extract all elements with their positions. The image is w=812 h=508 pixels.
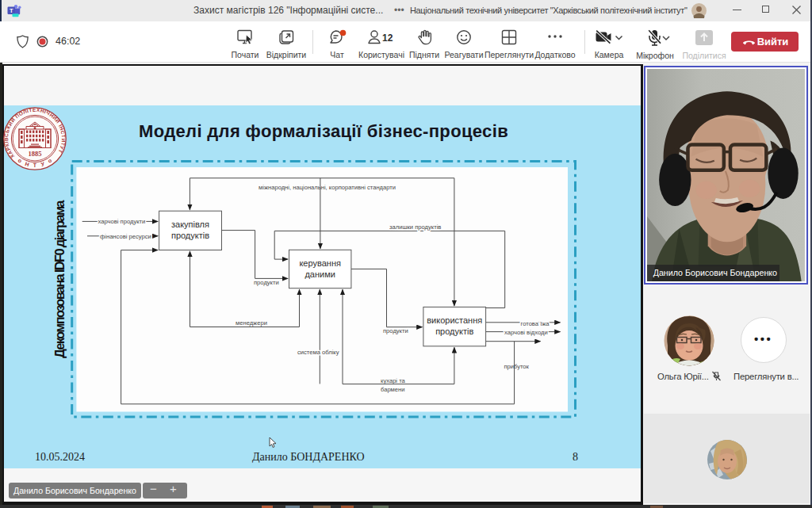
svg-text:менеджери: менеджери: [236, 319, 267, 327]
svg-text:1885: 1885: [29, 150, 42, 158]
svg-text:даними: даними: [304, 269, 335, 279]
svg-text:харчові відходи: харчові відходи: [504, 329, 548, 336]
svg-text:Т: Т: [33, 162, 37, 168]
svg-text:закупівля: закупівля: [171, 220, 209, 229]
svg-text:готова їжа: готова їжа: [521, 320, 550, 327]
svg-text:фінансові ресурси: фінансові ресурси: [100, 233, 151, 240]
svg-text:бармени: бармени: [381, 386, 405, 393]
svg-text:продуктів: продуктів: [435, 327, 473, 336]
svg-text:міжнародні, національні, корпо: міжнародні, національні, корпоративні ст…: [259, 184, 396, 191]
svg-text:прибуток: прибуток: [504, 363, 529, 370]
svg-text:12: 12: [382, 32, 393, 44]
svg-text:кухарі та: кухарі та: [381, 377, 406, 384]
svg-text:продукти: продукти: [254, 279, 279, 286]
svg-text:продукти: продукти: [383, 327, 408, 334]
svg-text:харчові продукти: харчові продукти: [98, 218, 146, 225]
svg-text:T: T: [10, 7, 13, 14]
svg-text:керування: керування: [299, 258, 341, 268]
svg-text:система обліку: система обліку: [297, 349, 339, 356]
svg-text:залишки продуктів: залишки продуктів: [389, 223, 441, 231]
svg-text:використання: використання: [427, 315, 482, 325]
svg-text:продуктів: продуктів: [171, 231, 209, 240]
